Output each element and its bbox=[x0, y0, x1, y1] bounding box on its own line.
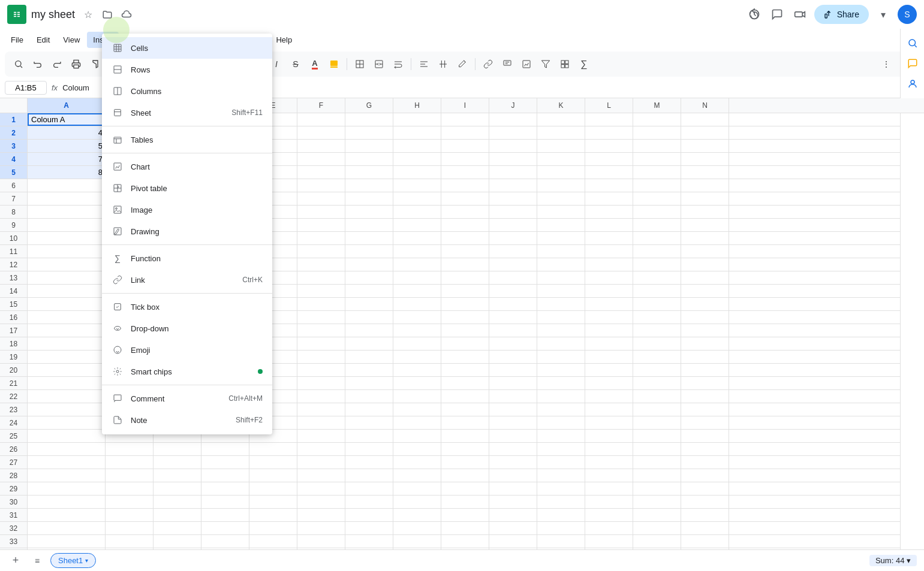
cell[interactable] bbox=[441, 232, 489, 244]
wrap-button[interactable] bbox=[389, 55, 407, 73]
cell[interactable] bbox=[633, 390, 681, 403]
cell[interactable] bbox=[537, 258, 585, 271]
chart-toolbar-button[interactable] bbox=[517, 55, 535, 73]
cell[interactable] bbox=[489, 219, 537, 231]
cell[interactable] bbox=[345, 337, 393, 350]
cell[interactable] bbox=[393, 324, 441, 337]
cell[interactable] bbox=[537, 245, 585, 258]
cell[interactable] bbox=[585, 179, 633, 192]
cell[interactable] bbox=[393, 364, 441, 376]
cell-h1[interactable] bbox=[393, 113, 441, 126]
insert-menu-image[interactable]: Image bbox=[102, 199, 272, 220]
cell[interactable] bbox=[106, 443, 154, 455]
row-num-2[interactable]: 2 bbox=[0, 126, 28, 139]
cell[interactable] bbox=[633, 258, 681, 271]
cell[interactable] bbox=[441, 443, 489, 455]
insert-menu-rows[interactable]: Rows bbox=[102, 59, 272, 80]
cell[interactable] bbox=[345, 245, 393, 258]
undo-button[interactable] bbox=[29, 55, 47, 73]
cell[interactable] bbox=[489, 351, 537, 363]
cell[interactable] bbox=[489, 496, 537, 508]
cell[interactable] bbox=[345, 390, 393, 403]
cell[interactable] bbox=[585, 469, 633, 482]
cell[interactable] bbox=[537, 285, 585, 297]
cell[interactable] bbox=[633, 509, 681, 521]
user-avatar[interactable]: S bbox=[898, 5, 917, 24]
cell[interactable] bbox=[441, 285, 489, 297]
cell[interactable] bbox=[681, 469, 729, 482]
row-num-28[interactable]: 28 bbox=[0, 469, 28, 482]
cell[interactable] bbox=[345, 324, 393, 337]
cell-h5[interactable] bbox=[393, 166, 441, 179]
cell[interactable] bbox=[537, 324, 585, 337]
row-num-18[interactable]: 18 bbox=[0, 337, 28, 350]
sheet-tab-sheet1[interactable]: Sheet1 ▾ bbox=[50, 553, 96, 568]
insert-menu-link[interactable]: Link Ctrl+K bbox=[102, 269, 272, 291]
cell[interactable] bbox=[345, 482, 393, 495]
cell[interactable] bbox=[681, 509, 729, 521]
cell[interactable] bbox=[154, 496, 201, 508]
cell[interactable] bbox=[489, 271, 537, 284]
cell[interactable] bbox=[585, 390, 633, 403]
cell[interactable] bbox=[585, 430, 633, 442]
cell[interactable] bbox=[681, 351, 729, 363]
cell[interactable] bbox=[201, 522, 249, 534]
cell[interactable] bbox=[106, 469, 154, 482]
halign-button[interactable] bbox=[415, 55, 433, 73]
cell[interactable] bbox=[681, 311, 729, 324]
row-num-33[interactable]: 33 bbox=[0, 535, 28, 548]
cell[interactable] bbox=[681, 271, 729, 284]
cell[interactable] bbox=[489, 337, 537, 350]
cell[interactable] bbox=[345, 509, 393, 521]
cell-h2[interactable] bbox=[393, 126, 441, 139]
cell-i4[interactable] bbox=[441, 153, 489, 165]
folder-button[interactable] bbox=[99, 6, 116, 23]
cell[interactable] bbox=[441, 456, 489, 469]
sum-display[interactable]: Sum: 44 ▾ bbox=[869, 555, 917, 566]
cell[interactable] bbox=[441, 496, 489, 508]
cell[interactable] bbox=[28, 337, 106, 350]
cell-m3[interactable] bbox=[633, 140, 681, 152]
cell[interactable] bbox=[681, 192, 729, 205]
row-num-16[interactable]: 16 bbox=[0, 311, 28, 324]
sum-dropdown-icon[interactable]: ▾ bbox=[907, 556, 911, 565]
row-num-7[interactable]: 7 bbox=[0, 192, 28, 205]
cell-h3[interactable] bbox=[393, 140, 441, 152]
cell[interactable] bbox=[393, 377, 441, 389]
cell[interactable] bbox=[28, 364, 106, 376]
cell[interactable] bbox=[537, 271, 585, 284]
cell[interactable] bbox=[537, 509, 585, 521]
cell[interactable] bbox=[585, 311, 633, 324]
video-button[interactable] bbox=[791, 6, 808, 23]
cell[interactable] bbox=[633, 430, 681, 442]
cell[interactable] bbox=[633, 245, 681, 258]
cell[interactable] bbox=[28, 219, 106, 231]
cell[interactable] bbox=[249, 482, 297, 495]
cell-f2[interactable] bbox=[297, 126, 345, 139]
cell[interactable] bbox=[489, 469, 537, 482]
menu-view[interactable]: View bbox=[57, 32, 86, 48]
cell[interactable] bbox=[585, 496, 633, 508]
cell-k4[interactable] bbox=[537, 153, 585, 165]
cell[interactable] bbox=[585, 285, 633, 297]
cell[interactable] bbox=[681, 206, 729, 218]
row-num-25[interactable]: 25 bbox=[0, 430, 28, 442]
row-num-1[interactable]: 1 bbox=[0, 113, 28, 126]
cell[interactable] bbox=[28, 179, 106, 192]
cell[interactable] bbox=[537, 456, 585, 469]
row-num-12[interactable]: 12 bbox=[0, 258, 28, 271]
cell[interactable] bbox=[297, 377, 345, 389]
star-button[interactable]: ☆ bbox=[80, 6, 97, 23]
cell[interactable] bbox=[441, 390, 489, 403]
cell-n2[interactable] bbox=[681, 126, 729, 139]
cell[interactable] bbox=[345, 403, 393, 416]
cell-n3[interactable] bbox=[681, 140, 729, 152]
cell[interactable] bbox=[393, 535, 441, 548]
row-num-19[interactable]: 19 bbox=[0, 351, 28, 363]
insert-menu-cells[interactable]: Cells bbox=[102, 37, 272, 59]
col-header-i[interactable]: I bbox=[441, 98, 489, 113]
cell[interactable] bbox=[154, 522, 201, 534]
cell[interactable] bbox=[441, 535, 489, 548]
cell[interactable] bbox=[297, 443, 345, 455]
cell[interactable] bbox=[297, 390, 345, 403]
